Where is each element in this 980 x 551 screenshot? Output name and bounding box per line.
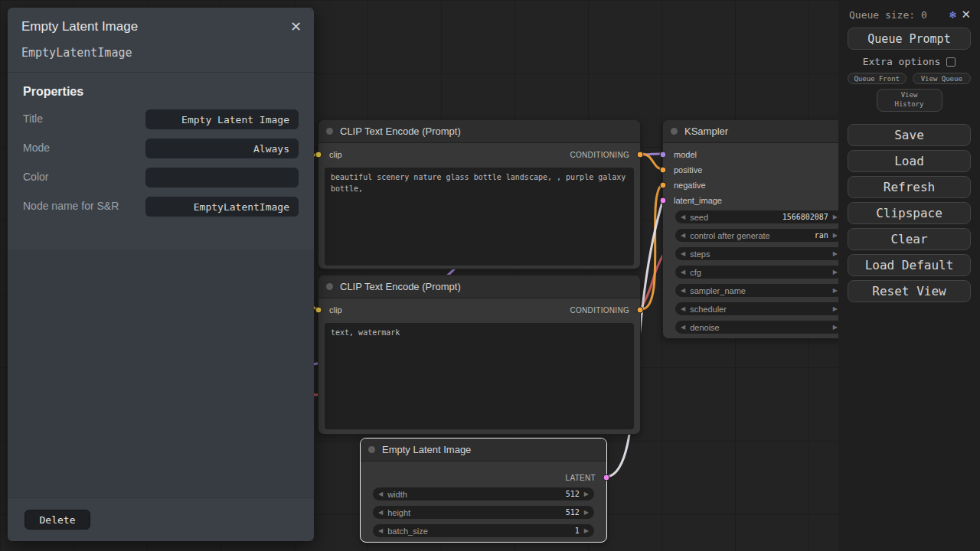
node-clip-text-encode-negative[interactable]: CLIP Text Encode (Prompt) clip CONDITION… [318, 275, 641, 435]
widget-label: control after generate [690, 231, 770, 240]
conditioning-output-label: CONDITIONING [570, 151, 630, 159]
latent-image-input-port[interactable] [660, 197, 667, 204]
panel-title: Empty Latent Image [21, 19, 138, 34]
latent-image-input-label: latent_image [674, 196, 722, 205]
widget-label: scheduler [690, 305, 727, 314]
load-default-button[interactable]: Load Default [848, 254, 971, 276]
clip-input-port[interactable] [315, 307, 322, 314]
decrement-arrow-icon[interactable]: ◀ [681, 305, 685, 312]
widget-width[interactable]: ◀ width 512 ▶ [373, 487, 594, 500]
queue-size-label: Queue size: 0 [849, 9, 944, 21]
title-field-label: Title [23, 112, 138, 127]
decrement-arrow-icon[interactable]: ◀ [378, 509, 383, 516]
mode-field[interactable] [145, 139, 299, 158]
node-header[interactable]: CLIP Text Encode (Prompt) [318, 276, 640, 298]
widget-value: ran [815, 231, 828, 240]
increment-arrow-icon[interactable]: ▶ [833, 232, 838, 239]
reset-view-button[interactable]: Reset View [848, 280, 971, 302]
model-input-label: model [674, 150, 697, 159]
color-field-label: Color [23, 170, 138, 185]
node-header[interactable]: CLIP Text Encode (Prompt) [318, 120, 640, 143]
increment-arrow-icon[interactable]: ▶ [584, 527, 589, 534]
increment-arrow-icon[interactable]: ▶ [833, 269, 838, 276]
widget-sampler-name[interactable]: ◀ sampler_name ▶ [675, 284, 843, 297]
node-name-field[interactable] [145, 197, 299, 217]
negative-input-label: negative [674, 181, 706, 190]
view-history-button[interactable]: View History [877, 89, 942, 112]
refresh-button[interactable]: Refresh [848, 176, 971, 198]
clip-input-port[interactable] [315, 152, 322, 158]
widget-control-after-generate[interactable]: ◀ control after generate ran ▶ [675, 229, 843, 242]
view-queue-button[interactable]: View Queue [913, 73, 972, 84]
extra-options-checkbox[interactable] [946, 57, 956, 67]
node-header[interactable]: Empty Latent Image [361, 439, 606, 461]
node-ksampler[interactable]: KSampler model positive negative latent_… [662, 119, 848, 339]
node-status-dot [326, 283, 333, 290]
close-icon[interactable]: ✕ [961, 8, 971, 21]
node-name-field-label: Node name for S&R [23, 199, 138, 214]
widget-label: cfg [690, 268, 701, 277]
widget-seed[interactable]: ◀ seed 1566802087 ▶ [675, 210, 843, 223]
load-button[interactable]: Load [848, 150, 971, 172]
clear-button[interactable]: Clear [848, 228, 971, 250]
model-input-port[interactable] [660, 152, 667, 158]
increment-arrow-icon[interactable]: ▶ [833, 305, 838, 312]
widget-value: 512 [566, 508, 580, 517]
decrement-arrow-icon[interactable]: ◀ [681, 324, 685, 331]
node-header[interactable]: KSampler [663, 120, 848, 143]
decrement-arrow-icon[interactable]: ◀ [681, 214, 685, 220]
conditioning-output-port[interactable] [637, 152, 644, 158]
queue-front-button[interactable]: Queue Front [848, 73, 906, 84]
widget-value: 512 [566, 490, 580, 498]
decrement-arrow-icon[interactable]: ◀ [378, 527, 383, 534]
decrement-arrow-icon[interactable]: ◀ [681, 269, 685, 276]
widget-label: sampler_name [690, 286, 746, 295]
node-title: KSampler [684, 126, 728, 137]
close-icon[interactable]: ✕ [290, 18, 302, 35]
widget-batch-size[interactable]: ◀ batch_size 1 ▶ [373, 524, 594, 537]
decrement-arrow-icon[interactable]: ◀ [681, 232, 685, 239]
increment-arrow-icon[interactable]: ▶ [833, 214, 838, 220]
view-history-line1: View [901, 91, 918, 99]
conditioning-output-label: CONDITIONING [570, 306, 630, 315]
widget-label: width [387, 490, 407, 499]
clip-input-label: clip [329, 305, 342, 315]
node-title: Empty Latent Image [382, 444, 471, 455]
widget-height[interactable]: ◀ height 512 ▶ [373, 506, 594, 519]
conditioning-output-port[interactable] [637, 307, 644, 314]
node-empty-latent-image[interactable]: Empty Latent Image LATENT ◀ width 512 ▶ … [360, 438, 607, 543]
node-status-dot [326, 128, 333, 135]
node-type-subtitle: EmptyLatentImage [8, 40, 314, 73]
increment-arrow-icon[interactable]: ▶ [833, 324, 838, 331]
decrement-arrow-icon[interactable]: ◀ [681, 287, 685, 294]
title-field[interactable] [145, 109, 299, 129]
positive-input-port[interactable] [660, 167, 667, 174]
save-button[interactable]: Save [848, 124, 971, 146]
positive-prompt-textarea[interactable]: beautiful scenery nature glass bottle la… [325, 168, 634, 266]
clip-input-label: clip [329, 150, 342, 159]
widget-steps[interactable]: ◀ steps ▶ [675, 247, 843, 260]
increment-arrow-icon[interactable]: ▶ [833, 287, 838, 294]
clipspace-button[interactable]: Clipspace [848, 202, 971, 224]
widget-cfg[interactable]: ◀ cfg ▶ [675, 266, 843, 279]
queue-prompt-button[interactable]: Queue Prompt [848, 28, 971, 50]
decrement-arrow-icon[interactable]: ◀ [378, 491, 383, 497]
widget-value: 1 [575, 527, 580, 535]
properties-heading: Properties [23, 85, 299, 99]
negative-prompt-textarea[interactable]: text, watermark [325, 323, 634, 429]
negative-input-port[interactable] [660, 182, 667, 189]
increment-arrow-icon[interactable]: ▶ [833, 250, 838, 257]
latent-output-port[interactable] [603, 474, 610, 481]
delete-button[interactable]: Delete [24, 510, 90, 530]
node-clip-text-encode-positive[interactable]: CLIP Text Encode (Prompt) clip CONDITION… [318, 119, 641, 269]
decrement-arrow-icon[interactable]: ◀ [681, 250, 685, 257]
snowflake-icon[interactable]: ❄ [949, 8, 956, 21]
widget-scheduler[interactable]: ◀ scheduler ▶ [675, 302, 843, 315]
latent-output-label: LATENT [566, 474, 596, 482]
node-title: CLIP Text Encode (Prompt) [340, 126, 461, 137]
increment-arrow-icon[interactable]: ▶ [584, 509, 589, 516]
wire-conditioning-negative [642, 184, 663, 309]
color-field[interactable] [145, 168, 299, 187]
increment-arrow-icon[interactable]: ▶ [584, 491, 589, 497]
widget-denoise[interactable]: ◀ denoise ▶ [675, 321, 843, 334]
